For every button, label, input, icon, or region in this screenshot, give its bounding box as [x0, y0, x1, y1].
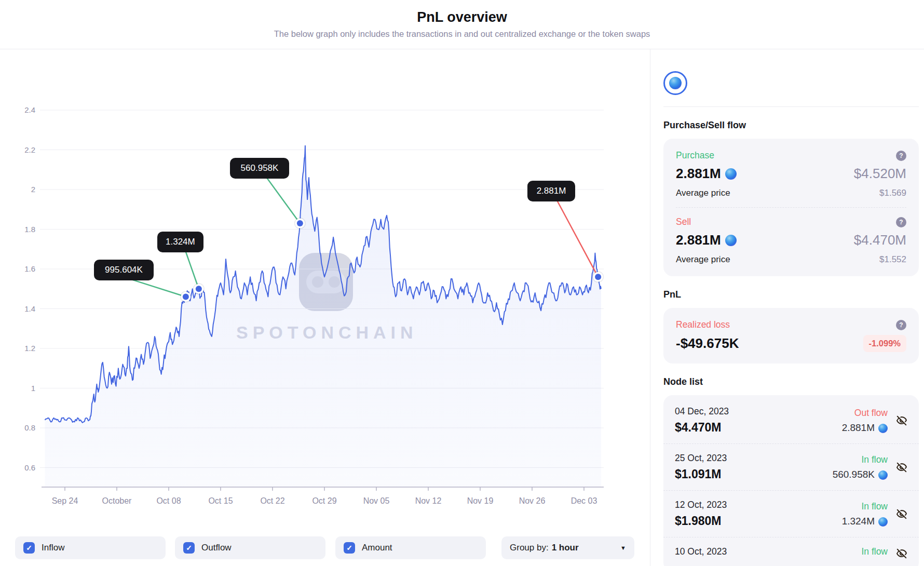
y-axis-tick: 1.2: [24, 344, 35, 353]
node-amount: 1.324M: [842, 516, 888, 527]
filter-label: Inflow: [42, 543, 64, 553]
purchase-sell-heading: Purchase/Sell flow: [663, 120, 919, 131]
x-axis-tick: Nov 19: [467, 496, 494, 505]
purchase-avg-value: $1.569: [879, 188, 906, 198]
purchase-amount: 2.881M: [676, 166, 737, 182]
annotation-dot[interactable]: [595, 274, 601, 280]
pnl-card: Realized loss ? -$49.675K -1.099%: [663, 308, 919, 363]
y-axis-tick: 1.8: [24, 225, 35, 234]
token-icon: [669, 77, 682, 89]
sell-amount: 2.881M: [676, 232, 737, 248]
purchase-usd: $4.520M: [854, 166, 906, 182]
y-axis-tick: 2.2: [24, 145, 35, 154]
annotation-tooltip: 2.881M: [527, 181, 575, 201]
group-by-select[interactable]: Group by: 1 hour ▼: [501, 536, 634, 559]
x-axis-tick: Oct 08: [156, 496, 181, 505]
eye-off-icon[interactable]: [896, 462, 907, 473]
sell-label: Sell: [676, 217, 691, 227]
node-row[interactable]: 10 Oct, 2023In flow: [663, 537, 919, 566]
checkbox-icon[interactable]: ✓: [183, 542, 195, 554]
node-row[interactable]: 25 Oct, 2023$1.091MIn flow560.958K: [663, 443, 919, 490]
x-axis-tick: Nov 12: [415, 496, 442, 505]
x-axis-tick: Oct 22: [260, 496, 284, 505]
y-axis-tick: 0.8: [24, 423, 35, 432]
x-axis-tick: Sep 24: [52, 496, 78, 505]
token-logo: [663, 71, 687, 95]
pnl-heading: PnL: [663, 289, 919, 300]
x-axis-tick: Nov 05: [363, 496, 390, 505]
node-usd-value: $1.091M: [675, 467, 833, 481]
annotation-dot[interactable]: [297, 220, 303, 226]
sell-usd: $4.470M: [854, 232, 906, 248]
page-title: PnL overview: [0, 9, 924, 25]
y-axis-tick: 1: [31, 384, 35, 393]
page-subtitle: The below graph only includes the transa…: [0, 29, 924, 39]
node-flow-label: In flow: [833, 454, 888, 465]
token-icon: [725, 168, 737, 180]
eye-off-icon[interactable]: [896, 415, 907, 426]
node-amount: 2.881M: [842, 422, 888, 434]
node-date: 25 Oct, 2023: [675, 453, 833, 464]
node-row[interactable]: 04 Dec, 2023$4.470MOut flow2.881M: [663, 397, 919, 443]
help-icon[interactable]: ?: [896, 320, 906, 330]
dashed-divider: [676, 207, 906, 208]
x-axis-tick: Oct 29: [312, 496, 336, 505]
x-axis-tick: Oct 15: [208, 496, 233, 505]
group-by-value: 1 hour: [552, 543, 579, 553]
node-list-heading: Node list: [663, 376, 919, 387]
group-by-label: Group by:: [510, 543, 549, 553]
sell-avg-label: Average price: [676, 254, 730, 265]
y-axis-tick: 1.6: [24, 264, 35, 273]
annotation-tooltip: 560.958K: [230, 158, 289, 179]
help-icon[interactable]: ?: [896, 151, 906, 161]
filter-inflow[interactable]: ✓Inflow: [15, 536, 166, 559]
annotation-dot[interactable]: [196, 286, 202, 292]
node-list: 04 Dec, 2023$4.470MOut flow2.881M25 Oct,…: [663, 395, 919, 566]
eye-off-icon[interactable]: [896, 548, 907, 559]
token-icon: [878, 424, 888, 433]
realized-loss-label: Realized loss: [676, 319, 730, 330]
page-header: PnL overview The below graph only includ…: [0, 0, 924, 49]
token-icon: [725, 235, 737, 246]
x-axis-tick: October: [102, 496, 132, 505]
chart-panel: SPOTONCHAIN 2.42.221.81.61.41.210.80.6Se…: [0, 49, 650, 566]
checkbox-icon[interactable]: ✓: [23, 542, 35, 554]
node-flow-label: In flow: [842, 501, 888, 512]
node-flow-label: Out flow: [842, 408, 888, 419]
node-date: 10 Oct, 2023: [675, 546, 861, 557]
filter-label: Outflow: [201, 543, 232, 553]
node-usd-value: $4.470M: [675, 421, 842, 435]
pnl-percent-badge: -1.099%: [863, 335, 906, 352]
y-axis-tick: 2: [31, 185, 35, 194]
filter-amount[interactable]: ✓Amount: [335, 536, 486, 559]
node-flow-label: In flow: [861, 546, 888, 557]
node-row[interactable]: 12 Oct, 2023$1.980MIn flow1.324M: [663, 490, 919, 537]
annotation-tooltip: 995.604K: [94, 260, 154, 280]
y-axis-tick: 1.4: [24, 304, 35, 313]
checkbox-icon[interactable]: ✓: [344, 542, 355, 554]
sidebar-divider: [663, 106, 919, 107]
purchase-sell-card: Purchase ? 2.881M $4.520M Average price …: [663, 139, 919, 276]
sidebar: Purchase/Sell flow Purchase ? 2.881M $4.…: [650, 49, 924, 566]
x-axis-tick: Dec 03: [571, 496, 597, 505]
annotation-dot[interactable]: [183, 294, 189, 300]
node-amount: 560.958K: [833, 469, 888, 480]
x-axis-tick: Nov 26: [519, 496, 546, 505]
node-date: 12 Oct, 2023: [675, 500, 842, 510]
node-date: 04 Dec, 2023: [675, 406, 842, 417]
purchase-label: Purchase: [676, 150, 714, 161]
token-icon: [878, 470, 888, 480]
node-usd-value: $1.980M: [675, 514, 842, 528]
purchase-avg-label: Average price: [676, 188, 730, 198]
pnl-line-chart[interactable]: 2.42.221.81.61.41.210.80.6Sep 24OctoberO…: [0, 49, 650, 566]
chevron-down-icon: ▼: [620, 545, 626, 551]
filter-outflow[interactable]: ✓Outflow: [175, 536, 325, 559]
y-axis-tick: 2.4: [24, 105, 35, 114]
sell-avg-value: $1.552: [879, 254, 906, 265]
eye-off-icon[interactable]: [896, 508, 907, 520]
realized-loss-value: -$49.675K: [676, 335, 739, 352]
token-icon: [878, 517, 888, 527]
filter-label: Amount: [362, 543, 392, 553]
help-icon[interactable]: ?: [896, 217, 906, 227]
annotation-tooltip: 1.324M: [157, 232, 203, 252]
